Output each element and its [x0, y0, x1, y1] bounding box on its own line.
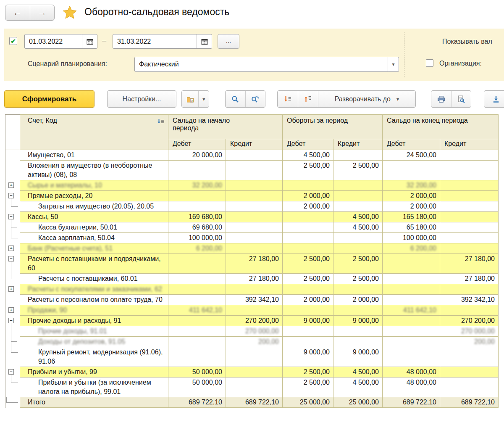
value-cell[interactable] [383, 284, 440, 295]
value-cell[interactable] [333, 326, 383, 337]
table-row[interactable]: Касса бухгалтерии, 50.01 69 680,00 4 500… [5, 222, 499, 233]
period-checkbox[interactable]: ✔ [9, 37, 17, 45]
value-cell[interactable]: 50 000,00 [168, 378, 226, 397]
value-cell[interactable]: 2 000,00 [283, 191, 333, 201]
value-cell[interactable] [440, 378, 499, 397]
table-row[interactable]: Расчеты с поставщиками, 60.01 27 180,00 … [5, 274, 499, 284]
table-row[interactable]: + Сырье и материалы, 10 32 200,00 32 200… [5, 180, 499, 191]
value-cell[interactable] [226, 222, 283, 233]
value-cell[interactable]: 100 000,00 [383, 233, 440, 243]
save-button[interactable] [484, 90, 504, 108]
subheader-debit[interactable]: Дебет [283, 139, 333, 150]
account-cell[interactable]: Расчеты с поставщиками, 60.01 [20, 274, 168, 284]
value-cell[interactable] [440, 191, 499, 201]
period-more-button[interactable]: ... [218, 34, 239, 49]
value-cell[interactable]: 2 500,00 [333, 161, 383, 180]
date-from-field[interactable]: 01.03.2022 [24, 34, 97, 49]
subheader-debit[interactable]: Дебет [383, 139, 440, 150]
value-cell[interactable]: 200,00 [226, 337, 283, 347]
organization-checkbox[interactable] [426, 59, 433, 67]
account-cell[interactable]: Касса бухгалтерии, 50.01 [20, 222, 168, 233]
scenario-select[interactable]: Фактический ▾ [134, 57, 399, 72]
value-cell[interactable]: 270 000,00 [226, 326, 283, 337]
value-cell[interactable] [440, 180, 499, 191]
value-cell[interactable] [168, 161, 226, 180]
value-cell[interactable] [333, 191, 383, 201]
value-cell[interactable] [168, 316, 226, 326]
value-cell[interactable] [168, 191, 226, 201]
expander-minus-icon[interactable]: − [8, 256, 14, 261]
value-cell[interactable] [168, 284, 226, 295]
value-cell[interactable] [226, 161, 283, 180]
search-button[interactable] [226, 91, 245, 107]
account-cell[interactable]: Прибыли и убытки (за исключением налога … [20, 378, 168, 397]
table-row[interactable]: Итого 689 722,10 689 722,10 25 000,00 25… [5, 397, 499, 408]
value-cell[interactable] [333, 233, 383, 243]
value-cell[interactable]: 4 500,00 [333, 378, 383, 397]
print-preview-button[interactable] [451, 91, 471, 107]
value-cell[interactable]: 2 000,00 [333, 295, 383, 305]
value-cell[interactable] [226, 347, 283, 367]
subheader-credit[interactable]: Кредит [333, 139, 383, 150]
account-cell[interactable]: Расчеты с персоналом по оплате труда, 70 [20, 295, 168, 305]
expand-rows-button[interactable] [278, 91, 298, 107]
table-row[interactable]: − Прибыли и убытки, 99 50 000,00 2 500,0… [5, 367, 499, 378]
account-cell[interactable]: Прямые расходы, 20 [20, 191, 168, 201]
value-cell[interactable] [440, 305, 499, 316]
value-cell[interactable]: 411 642,10 [383, 305, 440, 316]
account-cell[interactable]: Кассы, 50 [20, 212, 168, 222]
value-cell[interactable]: 48 000,00 [383, 367, 440, 378]
value-cell[interactable]: 32 200,00 [168, 180, 226, 191]
value-cell[interactable] [383, 337, 440, 347]
value-cell[interactable]: 2 500,00 [283, 367, 333, 378]
account-cell[interactable]: Вложения в имущество (в необоротные акти… [20, 161, 168, 180]
table-row[interactable]: + Банк (Расчетные счета), 51 6 200,00 6 … [5, 243, 499, 254]
value-cell[interactable] [440, 150, 499, 161]
generate-button[interactable]: Сформировать [4, 90, 94, 108]
expander-plus-icon[interactable]: + [8, 307, 14, 313]
chevron-down-icon[interactable]: ▾ [388, 57, 399, 71]
value-cell[interactable] [226, 378, 283, 397]
value-cell[interactable]: 2 500,00 [333, 274, 383, 284]
favorite-star-icon[interactable] [63, 5, 77, 19]
value-cell[interactable] [440, 201, 499, 212]
table-row[interactable]: Затраты на имущество (20.05), 20.05 2 00… [5, 201, 499, 212]
value-cell[interactable] [168, 295, 226, 305]
value-cell[interactable] [383, 161, 440, 180]
value-cell[interactable]: 25 000,00 [333, 397, 383, 408]
expander-plus-icon[interactable]: + [8, 182, 14, 188]
value-cell[interactable]: 2 500,00 [283, 254, 333, 274]
table-row[interactable]: + Продажи, 90 411 642,10 411 642,10 [5, 305, 499, 316]
value-cell[interactable]: 69 680,00 [168, 222, 226, 233]
value-cell[interactable]: 65 180,00 [383, 222, 440, 233]
sort-ascending-icon[interactable] [157, 119, 165, 124]
value-cell[interactable] [333, 243, 383, 254]
table-row[interactable]: Крупный ремонт, модернизация (91.06), 91… [5, 347, 499, 367]
account-cell[interactable]: Имущество, 01 [20, 150, 168, 161]
value-cell[interactable]: 2 500,00 [283, 161, 333, 180]
expander-minus-icon[interactable]: − [8, 193, 14, 198]
value-cell[interactable]: 2 500,00 [283, 378, 333, 397]
value-cell[interactable]: 100 000,00 [168, 233, 226, 243]
table-row[interactable]: − Кассы, 50 169 680,00 4 500,00 165 180,… [5, 212, 499, 222]
value-cell[interactable] [168, 337, 226, 347]
value-cell[interactable]: 9 000,00 [333, 347, 383, 367]
account-cell[interactable]: Прибыли и убытки, 99 [20, 367, 168, 378]
value-cell[interactable]: 4 500,00 [283, 150, 333, 161]
value-cell[interactable] [283, 180, 333, 191]
value-cell[interactable]: 4 500,00 [333, 212, 383, 222]
value-cell[interactable] [333, 180, 383, 191]
date-to-value[interactable]: 31.03.2022 [113, 34, 197, 48]
value-cell[interactable] [383, 316, 440, 326]
value-cell[interactable] [283, 212, 333, 222]
value-cell[interactable] [168, 274, 226, 284]
value-cell[interactable]: 27 180,00 [440, 274, 499, 284]
value-cell[interactable]: 411 642,10 [168, 305, 226, 316]
account-cell[interactable]: Расчеты с покупателями и заказчиками, 62 [20, 284, 168, 295]
value-cell[interactable] [226, 191, 283, 201]
table-row[interactable]: Доходы от депозитов, 91.05 200,00 200,00 [5, 337, 499, 347]
value-cell[interactable] [333, 305, 383, 316]
value-cell[interactable]: 2 000,00 [283, 295, 333, 305]
account-cell[interactable]: Итого [20, 397, 168, 408]
value-cell[interactable] [440, 222, 499, 233]
